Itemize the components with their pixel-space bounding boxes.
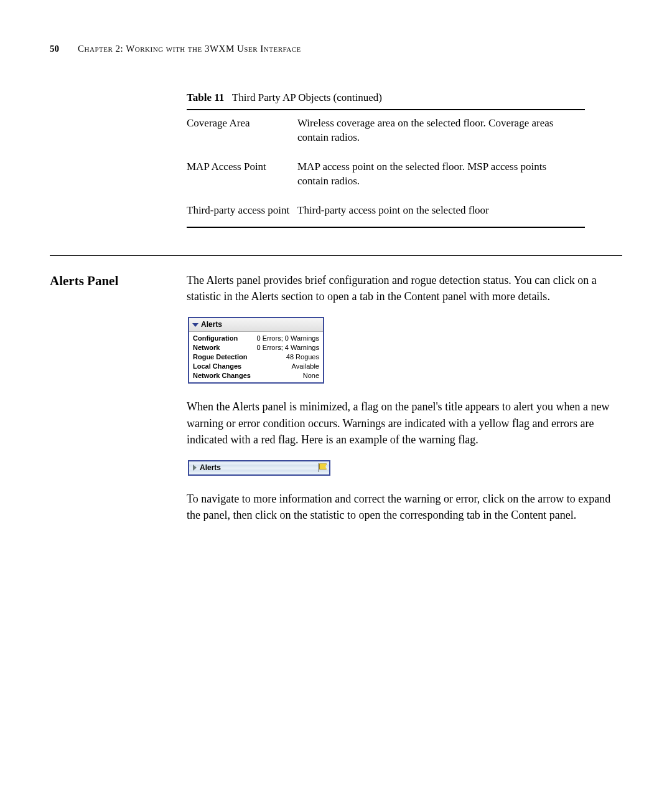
alerts-stat-row[interactable]: Network 0 Errors; 4 Warnings bbox=[193, 343, 319, 352]
paragraph: When the Alerts panel is minimized, a fl… bbox=[187, 399, 622, 447]
alerts-stat-label: Local Changes bbox=[193, 362, 241, 371]
collapse-arrow-icon bbox=[192, 323, 198, 327]
cell-desc: MAP access point on the selected floor. … bbox=[297, 154, 585, 197]
alerts-stat-label: Configuration bbox=[193, 334, 238, 343]
alerts-section: Alerts Panel The Alerts panel provides b… bbox=[50, 272, 622, 536]
alerts-panel-body: Configuration 0 Errors; 0 Warnings Netwo… bbox=[189, 332, 323, 382]
alerts-panel-minimized[interactable]: Alerts bbox=[188, 460, 330, 476]
alerts-stat-label: Rogue Detection bbox=[193, 352, 247, 362]
table-number: Table 11 bbox=[187, 92, 224, 103]
table-caption: Table 11 Third Party AP Objects (continu… bbox=[187, 92, 622, 104]
alerts-stat-row[interactable]: Configuration 0 Errors; 0 Warnings bbox=[193, 334, 319, 343]
section-heading: Alerts Panel bbox=[50, 272, 187, 536]
alerts-stat-label: Network bbox=[193, 343, 220, 352]
page-header: 50 Chapter 2: Working with the 3WXM User… bbox=[50, 44, 622, 54]
section-body: The Alerts panel provides brief configur… bbox=[187, 272, 622, 536]
document-page: 50 Chapter 2: Working with the 3WXM User… bbox=[0, 0, 672, 573]
paragraph: The Alerts panel provides brief configur… bbox=[187, 272, 622, 304]
alerts-stat-value: 0 Errors; 0 Warnings bbox=[257, 334, 319, 343]
cell-name: Third-party access point bbox=[187, 197, 297, 227]
table-title: Third Party AP Objects (continued) bbox=[232, 92, 382, 103]
alerts-stat-row[interactable]: Rogue Detection 48 Rogues bbox=[193, 352, 319, 362]
alerts-panel-title: Alerts bbox=[201, 319, 222, 330]
alerts-stat-value: Available bbox=[292, 362, 319, 371]
paragraph: To navigate to more information and corr… bbox=[187, 491, 622, 523]
alerts-stat-value: 0 Errors; 4 Warnings bbox=[257, 343, 319, 352]
alerts-stat-row[interactable]: Local Changes Available bbox=[193, 362, 319, 371]
table-block: Table 11 Third Party AP Objects (continu… bbox=[187, 92, 622, 228]
chapter-title: Chapter 2: Working with the 3WXM User In… bbox=[78, 44, 301, 54]
table-row: Third-party access point Third-party acc… bbox=[187, 197, 585, 227]
warning-flag-icon bbox=[318, 463, 327, 472]
table-row: Coverage Area Wireless coverage area on … bbox=[187, 110, 585, 154]
cell-name: MAP Access Point bbox=[187, 154, 297, 197]
cell-name: Coverage Area bbox=[187, 110, 297, 154]
alerts-stat-label: Network Changes bbox=[193, 371, 251, 380]
cell-desc: Third-party access point on the selected… bbox=[297, 197, 585, 227]
alerts-stat-value: 48 Rogues bbox=[286, 352, 319, 362]
cell-desc: Wireless coverage area on the selected f… bbox=[297, 110, 585, 154]
alerts-panel-title: Alerts bbox=[200, 463, 221, 473]
section-divider bbox=[50, 255, 622, 256]
alerts-stat-value: None bbox=[303, 371, 319, 380]
table-row: MAP Access Point MAP access point on the… bbox=[187, 154, 585, 197]
expand-arrow-icon bbox=[193, 465, 197, 471]
alerts-panel-expanded: Alerts Configuration 0 Errors; 0 Warning… bbox=[188, 317, 324, 384]
alerts-stat-row[interactable]: Network Changes None bbox=[193, 371, 319, 380]
third-party-ap-table: Coverage Area Wireless coverage area on … bbox=[187, 109, 585, 228]
alerts-titlebar[interactable]: Alerts bbox=[189, 318, 323, 332]
page-number: 50 bbox=[50, 44, 59, 54]
